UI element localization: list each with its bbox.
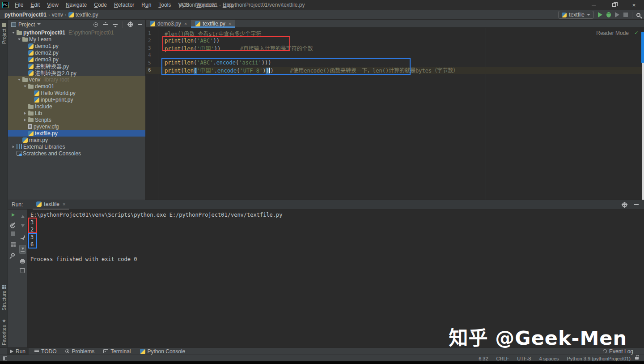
tree-item-2[interactable]: demo1.py bbox=[8, 43, 145, 49]
tool-window-button-run[interactable]: Run bbox=[7, 348, 29, 355]
minimize-button[interactable] bbox=[584, 0, 604, 10]
search-everywhere-button[interactable] bbox=[636, 13, 640, 17]
close-button[interactable]: × bbox=[624, 0, 644, 10]
breadcrumb-item-1[interactable]: venv bbox=[52, 12, 63, 18]
code-line-3[interactable]: 3print(len('中国')) #直接输入计算的是字符的个数 bbox=[146, 44, 644, 52]
code-editor[interactable]: 1#len()函数 查看str中含有多少个字符2print(len('ABC')… bbox=[146, 30, 644, 74]
run-with-coverage-button[interactable] bbox=[615, 12, 619, 17]
down-stack-trace-button[interactable] bbox=[21, 224, 25, 229]
tree-item-6[interactable]: 进制转换器2.0.py bbox=[8, 69, 145, 76]
stop-button-disabled[interactable] bbox=[11, 231, 15, 236]
chevron-right-icon[interactable] bbox=[10, 146, 17, 148]
tree-item-16[interactable]: main.py bbox=[8, 137, 145, 143]
menu-view[interactable]: View bbox=[43, 0, 62, 10]
tab-textfile[interactable]: textfile.py × bbox=[191, 20, 235, 27]
chevron-right-icon[interactable] bbox=[22, 119, 28, 121]
menu-file[interactable]: File bbox=[11, 0, 27, 10]
status-widget-4[interactable]: Python 3.9 (pythonProject01) bbox=[567, 356, 631, 361]
chevron-down-icon[interactable] bbox=[16, 39, 22, 40]
code-line-2[interactable]: 2print(len('ABC')) bbox=[146, 37, 644, 45]
tree-item-label: demo01 bbox=[35, 83, 54, 90]
menu-run[interactable]: Run bbox=[138, 0, 155, 10]
menu-tools[interactable]: Tools bbox=[155, 0, 174, 10]
close-tab-icon[interactable]: × bbox=[184, 21, 187, 26]
run-configuration-label: textfile bbox=[569, 12, 585, 18]
tree-item-4[interactable]: demo3.py bbox=[8, 56, 145, 63]
tree-item-5[interactable]: 进制转换器.py bbox=[8, 63, 145, 69]
clear-console-button[interactable] bbox=[21, 269, 25, 273]
tree-item-15[interactable]: textfile.py bbox=[8, 130, 145, 137]
code-line-6[interactable]: 6print(len('中国'.encode('UTF-8'))) #使用enc… bbox=[146, 67, 644, 74]
rerun-button[interactable] bbox=[12, 213, 15, 217]
tool-window-button-python-console[interactable]: Python Console bbox=[137, 348, 189, 355]
wrench-settings-icon[interactable] bbox=[11, 223, 15, 227]
pin-tab-button[interactable] bbox=[10, 252, 15, 257]
status-widget-2[interactable]: UTF-8 bbox=[517, 356, 531, 361]
run-configuration-select[interactable]: textfile bbox=[558, 11, 594, 19]
tool-window-button-todo[interactable]: TODO bbox=[31, 348, 59, 355]
tree-item-18[interactable]: Scratches and Consoles bbox=[8, 150, 145, 157]
up-stack-trace-button[interactable] bbox=[21, 213, 25, 218]
close-tab-icon[interactable]: × bbox=[229, 21, 231, 26]
run-button[interactable] bbox=[598, 12, 602, 17]
select-opened-file-button[interactable] bbox=[93, 22, 98, 27]
stripe-button-favorites[interactable]: ★ Favorites bbox=[0, 319, 8, 345]
tree-item-0[interactable]: pythonProject01E:\pythonProject01 bbox=[8, 29, 145, 36]
stop-button[interactable] bbox=[623, 13, 628, 17]
hide-panel-button[interactable] bbox=[138, 24, 142, 25]
restore-layout-button[interactable] bbox=[11, 242, 16, 247]
tree-item-1[interactable]: My Learn bbox=[8, 36, 145, 43]
chevron-down-icon[interactable] bbox=[16, 79, 22, 81]
tree-item-3[interactable]: demo2.py bbox=[8, 49, 145, 56]
scroll-to-end-button[interactable] bbox=[19, 245, 26, 254]
status-widget-3[interactable]: 4 spaces bbox=[539, 356, 559, 361]
menu-edit[interactable]: Edit bbox=[27, 0, 43, 10]
status-widget-1[interactable]: CRLF bbox=[496, 356, 509, 361]
hide-panel-button[interactable] bbox=[634, 204, 639, 205]
status-widget-0[interactable]: 6:32 bbox=[479, 356, 488, 361]
tree-item-14[interactable]: pyvenv.cfg bbox=[8, 123, 145, 130]
code-line-4[interactable]: 4 bbox=[146, 52, 644, 60]
code-line-1[interactable]: 1#len()函数 查看str中含有多少个字符 bbox=[146, 30, 644, 37]
stripe-button-project[interactable]: Project bbox=[0, 23, 8, 44]
tree-item-7[interactable]: venvlibrary root bbox=[8, 76, 145, 83]
tree-item-17[interactable]: External Libraries bbox=[8, 143, 145, 150]
tab-demo3[interactable]: demo3.py × bbox=[146, 20, 191, 27]
code-line-5[interactable]: 5print(len('ABC'.encode('ascii'))) bbox=[146, 59, 644, 67]
menu-refactor[interactable]: Refactor bbox=[110, 0, 138, 10]
chevron-right-icon[interactable] bbox=[22, 112, 28, 115]
restore-button[interactable] bbox=[604, 0, 624, 10]
chevron-down-icon[interactable] bbox=[22, 86, 28, 87]
tool-window-switcher-icon[interactable] bbox=[3, 356, 7, 360]
tree-item-8[interactable]: demo01 bbox=[8, 83, 145, 90]
tree-item-9[interactable]: Hello World.py bbox=[8, 90, 145, 96]
expand-all-button[interactable] bbox=[103, 24, 108, 25]
token: len bbox=[184, 46, 194, 52]
token: #len()函数 查看str中含有多少个字符 bbox=[165, 31, 261, 37]
debug-button[interactable] bbox=[606, 12, 611, 17]
gear-icon[interactable] bbox=[622, 202, 627, 207]
chevron-down-icon[interactable] bbox=[10, 32, 17, 34]
soft-wrap-button[interactable] bbox=[21, 236, 25, 239]
tool-window-button-problems[interactable]: Problems bbox=[62, 348, 97, 355]
stripe-button-structure[interactable]: Structure bbox=[0, 285, 8, 311]
tree-item-13[interactable]: Scripts bbox=[8, 116, 145, 123]
tree-item-10[interactable]: input+print.py bbox=[8, 96, 145, 103]
lock-icon[interactable] bbox=[635, 357, 639, 360]
gear-icon[interactable] bbox=[128, 22, 133, 27]
tree-item-label: venv bbox=[29, 77, 40, 83]
tree-item-11[interactable]: Include bbox=[8, 103, 145, 110]
print-button[interactable] bbox=[20, 260, 25, 263]
tree-item-12[interactable]: Lib bbox=[8, 110, 145, 116]
tool-window-button-terminal[interactable]: Terminal bbox=[100, 348, 134, 355]
close-tab-icon[interactable]: × bbox=[63, 201, 65, 207]
menu-code[interactable]: Code bbox=[90, 0, 110, 10]
run-tab-textfile[interactable]: textfile × bbox=[33, 200, 69, 210]
breadcrumb-item-2[interactable]: textfile.py bbox=[68, 12, 98, 18]
project-panel-title[interactable]: Project bbox=[18, 21, 35, 28]
breadcrumb-item-0[interactable]: pythonProject01 bbox=[4, 12, 47, 18]
menu-navigate[interactable]: Navigate bbox=[62, 0, 90, 10]
token: encode bbox=[216, 60, 236, 66]
collapse-all-button[interactable] bbox=[113, 24, 118, 25]
token: '中国' bbox=[197, 46, 214, 52]
